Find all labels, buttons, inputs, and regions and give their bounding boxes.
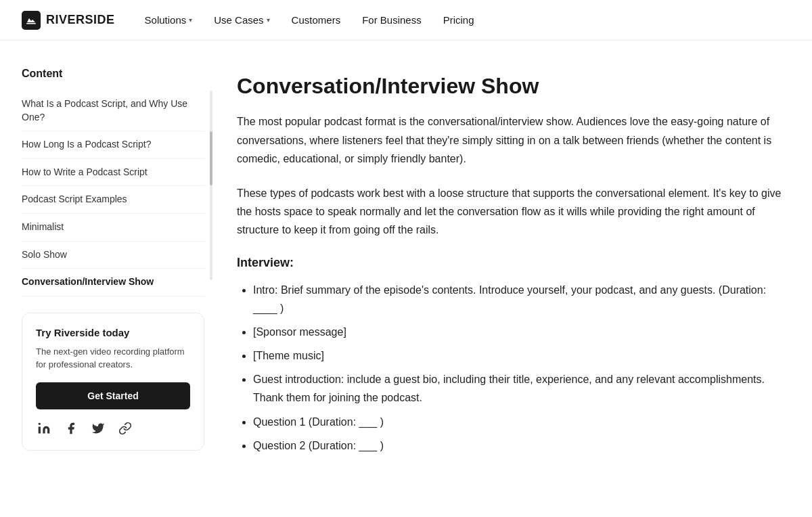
page-title: Conversation/Interview Show <box>237 73 790 99</box>
use-cases-chevron: ▾ <box>267 16 270 24</box>
sidebar-item-how-long: How Long Is a Podcast Script? <box>22 131 204 159</box>
twitter-icon[interactable] <box>90 420 106 436</box>
nav-item-for-business: For Business <box>354 10 430 30</box>
sidebar-link-examples[interactable]: Podcast Script Examples <box>22 186 204 213</box>
nav-item-pricing: Pricing <box>435 10 482 30</box>
sidebar-item-examples: Podcast Script Examples <box>22 186 204 214</box>
interview-heading: Interview: <box>237 256 790 270</box>
nav-link-for-business[interactable]: For Business <box>354 10 430 30</box>
sidebar-item-what-is: What Is a Podcast Script, and Why Use On… <box>22 91 204 131</box>
list-item: [Theme music] <box>253 346 790 365</box>
nav-link-solutions[interactable]: Solutions ▾ <box>137 10 201 30</box>
intro-paragraph: The most popular podcast format is the c… <box>237 112 790 168</box>
main-content: Conversation/Interview Show The most pop… <box>237 68 790 460</box>
list-item: Question 1 (Duration: ___ ) <box>253 413 790 431</box>
list-item: Intro: Brief summary of the episode's co… <box>253 281 790 317</box>
linkedin-icon[interactable] <box>36 420 52 436</box>
nav-item-customers: Customers <box>284 10 349 30</box>
logo-icon <box>22 11 41 30</box>
list-item: Question 2 (Duration: ___ ) <box>253 436 790 455</box>
nav-links: Solutions ▾ Use Cases ▾ Customers For Bu… <box>137 10 482 30</box>
cta-card-title: Try Riverside today <box>36 327 190 338</box>
cta-card-description: The next-gen video recording platform fo… <box>36 345 190 372</box>
sidebar-link-how-long[interactable]: How Long Is a Podcast Script? <box>22 131 204 158</box>
sidebar-nav: What Is a Podcast Script, and Why Use On… <box>22 91 204 296</box>
sidebar-item-solo-show: Solo Show <box>22 242 204 269</box>
sidebar-section-title: Content <box>22 68 204 80</box>
sidebar-link-how-to-write[interactable]: How to Write a Podcast Script <box>22 159 204 186</box>
link-icon[interactable] <box>117 420 133 436</box>
nav-link-customers[interactable]: Customers <box>284 10 349 30</box>
nav-link-use-cases[interactable]: Use Cases ▾ <box>206 10 277 30</box>
solutions-chevron: ▾ <box>189 16 192 24</box>
logo-text: RIVERSIDE <box>46 13 115 27</box>
sidebar-link-what-is[interactable]: What Is a Podcast Script, and Why Use On… <box>22 91 204 131</box>
logo-svg <box>26 15 37 26</box>
sidebar-scrollbar-thumb <box>210 131 212 185</box>
sidebar-link-minimalist[interactable]: Minimalist <box>22 214 204 241</box>
sidebar: Content What Is a Podcast Script, and Wh… <box>22 68 204 460</box>
nav-item-solutions: Solutions ▾ <box>137 10 201 30</box>
nav-item-use-cases: Use Cases ▾ <box>206 10 277 30</box>
nav-link-pricing[interactable]: Pricing <box>435 10 482 30</box>
logo-link[interactable]: RIVERSIDE <box>22 11 115 30</box>
sidebar-scroll-area: What Is a Podcast Script, and Why Use On… <box>22 91 204 296</box>
sidebar-link-solo-show[interactable]: Solo Show <box>22 242 204 269</box>
body-paragraph: These types of podcasts work best with a… <box>237 184 790 240</box>
navigation: RIVERSIDE Solutions ▾ Use Cases ▾ Custom… <box>0 0 812 41</box>
page-container: Content What Is a Podcast Script, and Wh… <box>0 41 812 487</box>
list-item: Guest introduction: include a guest bio,… <box>253 370 790 407</box>
cta-card: Try Riverside today The next-gen video r… <box>22 313 204 451</box>
list-item: [Sponsor message] <box>253 323 790 341</box>
sidebar-item-how-to-write: How to Write a Podcast Script <box>22 159 204 187</box>
social-icons <box>36 420 190 436</box>
sidebar-item-conversation: Conversation/Interview Show <box>22 269 204 296</box>
svg-rect-0 <box>26 23 36 24</box>
facebook-icon[interactable] <box>63 420 79 436</box>
sidebar-link-conversation[interactable]: Conversation/Interview Show <box>22 269 204 296</box>
sidebar-item-minimalist: Minimalist <box>22 214 204 242</box>
interview-list: Intro: Brief summary of the episode's co… <box>237 281 790 455</box>
sidebar-scrollbar[interactable] <box>210 91 212 280</box>
svg-point-1 <box>39 422 41 424</box>
get-started-button[interactable]: Get Started <box>36 382 190 409</box>
